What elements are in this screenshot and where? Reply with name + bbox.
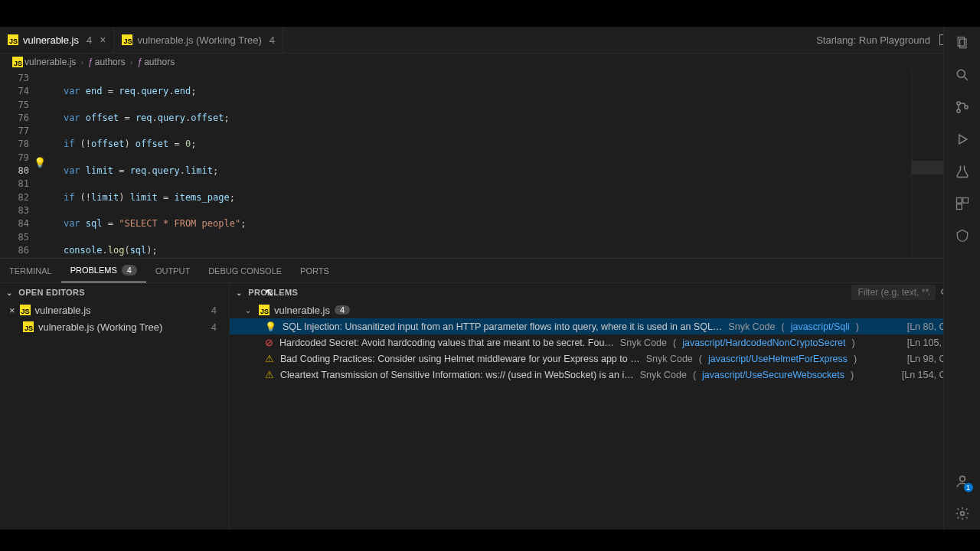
- problem-message: Cleartext Transmission of Sensitive Info…: [280, 370, 634, 380]
- problems-filter-input[interactable]: [851, 285, 936, 300]
- problem-source: Snyk Code: [728, 321, 775, 332]
- js-file-icon: JS: [122, 34, 132, 45]
- svg-point-11: [959, 476, 965, 481]
- chevron-down-icon: ⌄: [245, 306, 251, 315]
- problem-file-name: vulnerable.js: [274, 305, 330, 316]
- tab-label: vulnerable.js (Working Tree): [137, 34, 261, 46]
- run-debug-icon[interactable]: [954, 131, 971, 148]
- os-titlebar: [0, 0, 980, 27]
- breadcrumb-symbol[interactable]: authors: [95, 57, 126, 67]
- open-editor-item[interactable]: JS vulnerable.js (Working Tree) 4: [0, 318, 229, 335]
- tab-output[interactable]: OUTPUT: [146, 259, 199, 282]
- js-file-icon: JS: [259, 305, 270, 315]
- chevron-down-icon: ⌄: [236, 289, 242, 297]
- open-editor-label: vulnerable.js (Working Tree): [38, 321, 162, 333]
- chevron-right-icon: ›: [80, 57, 83, 67]
- svg-point-2: [957, 70, 965, 77]
- js-file-icon: JS: [12, 57, 23, 67]
- js-file-icon: JS: [20, 305, 31, 315]
- problem-item[interactable]: ⊘ Hardcoded Secret: Avoid hardcoding val…: [230, 334, 980, 350]
- js-file-icon: JS: [23, 321, 34, 332]
- open-editor-badge: 4: [211, 321, 220, 333]
- problem-message: Hardcoded Secret: Avoid hardcoding value…: [279, 337, 614, 348]
- code-editor[interactable]: 💡 737475 767778 798081 828384 858687 var…: [0, 70, 980, 258]
- tab-debug-console[interactable]: DEBUG CONSOLE: [199, 259, 291, 282]
- svg-rect-0: [958, 37, 964, 47]
- problem-rule-link[interactable]: javascript/HardcodedNonCryptoSecret: [682, 337, 845, 348]
- tab-ports[interactable]: PORTS: [291, 259, 338, 282]
- svg-point-5: [956, 109, 959, 112]
- extensions-icon[interactable]: [954, 195, 971, 212]
- breadcrumb[interactable]: JS vulnerable.js › ƒ authors › ƒ authors: [0, 54, 980, 70]
- problems-count: 4: [122, 265, 137, 276]
- editor-tabbar: JS vulnerable.js 4 × JS vulnerable.js (W…: [0, 27, 980, 54]
- problem-item[interactable]: 💡 SQL Injection: Unsanitized input from …: [230, 318, 980, 334]
- quickfix-icon: 💡: [265, 321, 276, 332]
- close-icon[interactable]: ×: [100, 34, 106, 46]
- problem-source: Snyk Code: [646, 354, 693, 364]
- activity-bar: [943, 27, 980, 530]
- problem-item[interactable]: ⚠ Bad Coding Practices: Consider using H…: [230, 350, 980, 367]
- warning-icon: ⚠: [265, 353, 274, 364]
- open-editors-header[interactable]: ⌄ OPEN EDITORS: [0, 283, 229, 302]
- problem-file-count: 4: [335, 305, 350, 315]
- bottom-panel: TERMINAL PROBLEMS 4 OUTPUT DEBUG CONSOLE…: [0, 258, 980, 530]
- tab-badge: 4: [87, 34, 92, 46]
- svg-rect-1: [959, 39, 965, 48]
- tab-label: vulnerable.js: [23, 34, 79, 46]
- open-editor-label: vulnerable.js: [35, 305, 91, 316]
- tab-problems[interactable]: PROBLEMS 4: [61, 259, 146, 282]
- status-bar: [0, 530, 980, 551]
- run-playground-action[interactable]: Starlang: Run Playground: [816, 34, 930, 46]
- open-editor-item[interactable]: × JS vulnerable.js 4: [0, 302, 229, 318]
- tab-vulnerablejs[interactable]: JS vulnerable.js 4 ×: [0, 27, 114, 53]
- breadcrumb-file[interactable]: vulnerable.js: [24, 57, 76, 67]
- svg-marker-7: [959, 135, 966, 144]
- svg-rect-8: [956, 198, 962, 204]
- svg-line-3: [964, 77, 967, 80]
- tab-vulnerablejs-workingtree[interactable]: JS vulnerable.js (Working Tree) 4: [114, 27, 283, 53]
- problem-file-row[interactable]: ⌄ JS vulnerable.js 4: [230, 302, 980, 318]
- warning-icon: ⚠: [265, 369, 274, 380]
- js-file-icon: JS: [8, 34, 18, 45]
- svg-point-12: [960, 512, 964, 516]
- problem-source: Snyk Code: [640, 370, 687, 380]
- chevron-right-icon: ›: [130, 57, 133, 67]
- code-content[interactable]: var end = req.query.end; var offset = re…: [41, 70, 911, 258]
- tab-badge: 4: [270, 34, 275, 46]
- svg-point-4: [956, 102, 959, 105]
- svg-rect-10: [956, 204, 962, 210]
- search-icon[interactable]: [954, 67, 971, 83]
- breadcrumb-symbol[interactable]: authors: [144, 57, 175, 67]
- problem-rule-link[interactable]: javascript/UseSecureWebsockets: [702, 370, 844, 380]
- open-editors-pane: ⌄ OPEN EDITORS × JS vulnerable.js 4: [0, 283, 230, 530]
- svg-rect-9: [962, 198, 968, 204]
- problems-header: PROBLEMS: [248, 288, 298, 297]
- tests-icon[interactable]: [954, 163, 971, 180]
- problem-message: SQL Injection: Unsanitized input from an…: [283, 321, 722, 332]
- method-icon: ƒ: [88, 57, 93, 67]
- problems-pane: ⌄ PROBLEMS ⚲ ≡ ☰ ⌄ JS vulnerable: [230, 283, 980, 530]
- source-control-icon[interactable]: [954, 99, 971, 116]
- problem-rule-link[interactable]: javascript/UseHelmetForExpress: [708, 354, 848, 364]
- account-icon[interactable]: [954, 473, 971, 490]
- tab-terminal[interactable]: TERMINAL: [0, 259, 61, 282]
- svg-point-6: [964, 106, 967, 109]
- method-icon: ƒ: [137, 57, 142, 67]
- error-icon: ⊘: [265, 337, 273, 348]
- problem-source: Snyk Code: [620, 337, 667, 348]
- problem-message: Bad Coding Practices: Consider using Hel…: [280, 354, 640, 364]
- problem-rule-link[interactable]: javascript/Sqli: [791, 321, 850, 332]
- gear-icon[interactable]: [954, 505, 971, 522]
- snyk-icon[interactable]: [954, 227, 971, 244]
- problem-item[interactable]: ⚠ Cleartext Transmission of Sensitive In…: [230, 367, 980, 383]
- open-editor-badge: 4: [211, 305, 220, 316]
- close-icon[interactable]: ×: [9, 305, 15, 316]
- files-icon[interactable]: [954, 34, 971, 51]
- chevron-down-icon: ⌄: [6, 289, 12, 297]
